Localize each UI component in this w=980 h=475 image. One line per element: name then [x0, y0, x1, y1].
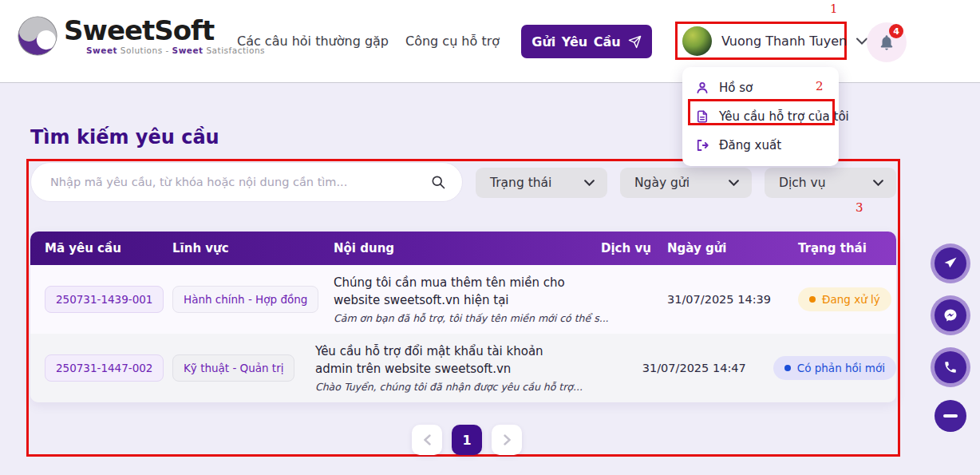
minimize-fab[interactable]: [935, 400, 966, 432]
nav-support-tools-link[interactable]: Công cụ hỗ trợ: [405, 34, 500, 49]
request-code-chip[interactable]: 250731-1439-001: [45, 286, 164, 313]
notification-count-badge: 4: [889, 24, 903, 38]
col-header-status: Trạng thái: [749, 241, 896, 255]
annotation-step-2: 2: [816, 79, 824, 93]
table-header-row: Mã yêu cầu Lĩnh vực Nội dung Dịch vụ Ngà…: [30, 232, 896, 265]
table-row[interactable]: 250731-1439-001 Hành chính - Hợp đồng Ch…: [30, 265, 896, 334]
phone-icon: [943, 360, 958, 374]
col-header-code: Mã yêu cầu: [30, 241, 158, 255]
messenger-icon: [943, 308, 958, 323]
user-account-chip[interactable]: Vuong Thanh Tuyen: [675, 22, 847, 60]
menu-item-logout[interactable]: Đăng xuất: [682, 131, 839, 160]
field-chip: Kỹ thuật - Quản trị: [172, 354, 294, 382]
logout-icon: [695, 138, 709, 152]
requests-table: Mã yêu cầu Lĩnh vực Nội dung Dịch vụ Ngà…: [30, 232, 896, 402]
filter-service-dropdown[interactable]: Dịch vụ: [765, 168, 896, 198]
sweetsoft-logo-icon: [18, 16, 57, 56]
nav-faq-link[interactable]: Các câu hỏi thường gặp: [237, 34, 389, 49]
chevron-right-icon: [504, 434, 511, 445]
send-request-button[interactable]: Gửi Yêu Cầu: [521, 25, 652, 58]
user-name: Vuong Thanh Tuyen: [721, 34, 847, 49]
phone-fab[interactable]: [935, 351, 966, 383]
pagination: 1: [412, 425, 522, 455]
filter-date-dropdown[interactable]: Ngày gửi: [620, 168, 752, 198]
filter-status-dropdown[interactable]: Trạng thái: [476, 168, 607, 198]
request-reply-preview: Chào Tuyển, chúng tôi đã nhận được yêu c…: [315, 381, 567, 393]
field-chip: Hành chính - Hợp đồng: [172, 286, 318, 313]
request-content: Yêu cầu hỗ trợ đổi mật khẩu tài khoản ad…: [315, 343, 567, 378]
chevron-left-icon: [424, 434, 431, 445]
person-icon: [695, 81, 709, 95]
request-code-chip[interactable]: 250731-1447-002: [45, 354, 164, 382]
pagination-prev-button[interactable]: [412, 425, 442, 455]
request-reply-preview: Cảm ơn bạn đã hỗ trợ, tôi thấy tên miền …: [334, 312, 585, 324]
sweetsoft-logo[interactable]: SweetSoft Sweet Solutions - Sweet Satisf…: [18, 16, 265, 56]
status-dot-icon: [809, 296, 816, 303]
search-icon[interactable]: [430, 174, 446, 190]
page-title: Tìm kiếm yêu cầu: [30, 126, 219, 148]
request-content: Chúng tôi cần mua thêm tên miền cho webs…: [334, 275, 585, 310]
col-header-service: Dịch vụ: [585, 241, 653, 255]
paper-plane-icon: [943, 256, 958, 271]
status-badge: Đang xử lý: [798, 287, 891, 311]
status-dot-icon: [784, 365, 791, 371]
annotation-step-3: 3: [856, 200, 863, 215]
pagination-next-button[interactable]: [492, 425, 522, 455]
search-bar: [30, 162, 463, 202]
messenger-fab[interactable]: [935, 299, 966, 331]
paper-plane-icon: [628, 35, 642, 49]
chevron-down-icon: [584, 180, 595, 186]
pagination-page-1-button[interactable]: 1: [452, 425, 482, 455]
table-row[interactable]: 250731-1447-002 Kỹ thuật - Quản trị Yêu …: [30, 334, 896, 402]
annotation-highlight-box-2: [688, 99, 835, 125]
search-input[interactable]: [50, 176, 430, 188]
notification-bell-button[interactable]: 4: [867, 22, 907, 62]
minus-icon: [943, 414, 958, 418]
annotation-step-1: 1: [830, 2, 838, 16]
col-header-content: Nội dung: [318, 241, 585, 255]
chevron-down-icon: [729, 180, 739, 186]
send-fab[interactable]: [935, 247, 966, 279]
status-badge: Có phản hồi mới: [773, 356, 896, 380]
col-header-date: Ngày gửi: [653, 241, 749, 255]
logo-title: SweetSoft: [64, 17, 265, 44]
logo-tagline: Sweet Solutions - Sweet Satisfactions: [64, 46, 265, 55]
avatar: [682, 26, 712, 56]
chevron-down-icon: [873, 180, 883, 186]
col-header-field: Lĩnh vực: [158, 241, 318, 255]
